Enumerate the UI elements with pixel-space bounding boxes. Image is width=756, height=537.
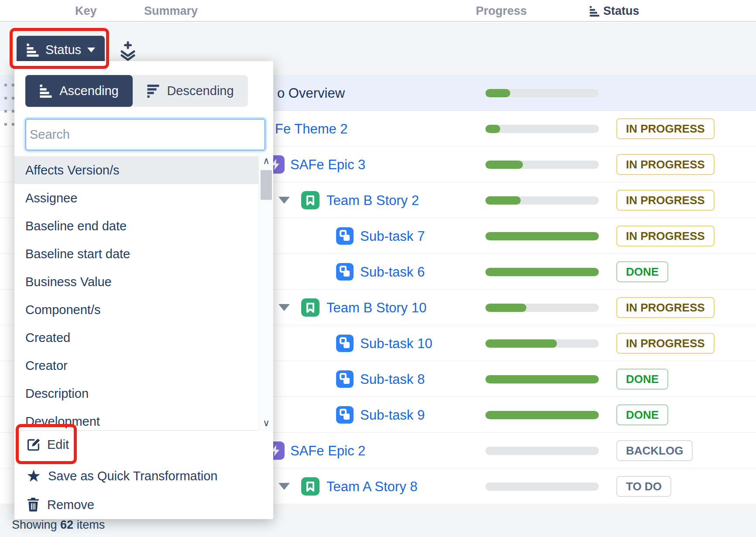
progress-bar <box>485 447 599 455</box>
sort-ascending-icon <box>589 6 600 17</box>
subtask-issue-icon <box>336 263 354 281</box>
progress-bar <box>485 196 599 205</box>
collapse-triangle-icon[interactable] <box>278 483 290 490</box>
progress-bar-fill <box>485 339 557 348</box>
issue-summary-link[interactable]: Sub-task 8 <box>360 372 425 387</box>
issue-summary-link[interactable]: SAFe Epic 2 <box>290 443 365 459</box>
subtask-issue-icon <box>336 370 354 389</box>
items-count: 62 <box>60 518 73 531</box>
progress-bar <box>485 89 599 97</box>
field-option[interactable]: Assignee <box>14 184 258 212</box>
edit-action[interactable]: Edit <box>14 432 273 457</box>
status-badge: DONE <box>616 261 668 282</box>
column-header-key[interactable]: Key <box>75 4 97 18</box>
progress-bar-fill <box>485 232 599 240</box>
issue-summary-link[interactable]: Team A Story 8 <box>326 479 418 495</box>
progress-bar <box>485 375 599 383</box>
progress-bar-fill <box>485 196 521 205</box>
story-issue-icon <box>301 477 320 496</box>
sort-descending-icon <box>147 85 160 98</box>
status-badge: IN PROGRESS <box>616 333 715 354</box>
progress-bar <box>485 161 599 169</box>
field-option[interactable]: Affects Version/s <box>14 156 258 184</box>
field-option[interactable]: Creator <box>14 352 258 380</box>
issue-summary-link[interactable]: Fe Theme 2 <box>275 121 348 137</box>
collapse-triangle-icon[interactable] <box>278 197 290 204</box>
issue-summary-link: o Overview <box>277 86 345 101</box>
column-header-row: Key Summary Progress Status <box>0 0 756 22</box>
progress-bar <box>485 411 599 419</box>
chevron-down-icon <box>87 48 95 52</box>
issue-summary-link[interactable]: Sub-task 6 <box>360 264 425 280</box>
status-badge: TO DO <box>616 476 671 497</box>
column-header-status[interactable]: Status <box>603 4 639 18</box>
progress-bar-fill <box>485 268 599 276</box>
star-icon: ★ <box>26 469 44 483</box>
trash-icon <box>26 497 41 512</box>
scrollbar-thumb[interactable] <box>261 170 272 200</box>
subtask-issue-icon <box>336 335 354 353</box>
structure-board: Key Summary Progress Status Status o Ove… <box>0 0 756 537</box>
add-transformation-button[interactable] <box>119 41 137 61</box>
sort-ascending-icon <box>26 44 39 57</box>
field-list-scrollbar[interactable]: ∧ ∨ <box>258 154 273 431</box>
field-search-input[interactable] <box>25 119 265 150</box>
sort-dropdown-panel: Ascending Descending Affects Version/sAs… <box>14 61 273 519</box>
field-option[interactable]: Baseline end date <box>14 212 258 240</box>
sort-button-label: Status <box>45 43 81 57</box>
status-badge: DONE <box>616 404 668 425</box>
subtask-issue-icon <box>336 227 354 246</box>
field-option[interactable]: Component/s <box>14 296 258 324</box>
status-badge: IN PROGRESS <box>616 297 715 318</box>
story-issue-icon <box>301 191 320 209</box>
progress-bar <box>485 268 599 276</box>
field-list: Affects Version/sAssigneeBaseline end da… <box>14 154 273 431</box>
status-badge: IN PROGRESS <box>616 190 715 211</box>
status-badge: IN PROGRESS <box>616 226 715 246</box>
field-option[interactable]: Created <box>14 324 258 352</box>
progress-bar-fill <box>485 304 526 312</box>
progress-bar <box>485 232 599 240</box>
issue-summary-link[interactable]: Sub-task 7 <box>360 229 425 244</box>
edit-icon <box>26 437 41 452</box>
remove-action[interactable]: Remove <box>14 492 273 517</box>
descending-button[interactable]: Descending <box>133 75 248 107</box>
issue-summary-link[interactable]: Team B Story 2 <box>326 193 419 209</box>
status-badge: BACKLOG <box>616 440 693 461</box>
issue-summary-link[interactable]: Sub-task 9 <box>360 407 425 423</box>
field-option[interactable]: Baseline start date <box>14 240 258 268</box>
field-option[interactable]: Description <box>14 380 258 407</box>
progress-bar <box>485 339 599 348</box>
issue-summary-link[interactable]: Team B Story 10 <box>326 300 426 316</box>
status-sort-dropdown-button[interactable]: Status <box>17 36 105 64</box>
row-drag-handle[interactable] <box>3 84 14 127</box>
progress-bar <box>485 304 599 312</box>
progress-bar <box>485 482 599 491</box>
issue-summary-link[interactable]: SAFe Epic 3 <box>290 157 365 173</box>
collapse-triangle-icon[interactable] <box>278 304 290 311</box>
field-option[interactable]: Business Value <box>14 268 258 296</box>
scroll-up-arrow-icon[interactable]: ∧ <box>259 154 274 168</box>
subtask-issue-icon <box>336 406 354 424</box>
sort-ascending-icon <box>39 85 52 98</box>
ascending-button[interactable]: Ascending <box>25 75 133 107</box>
story-issue-icon <box>301 298 320 317</box>
progress-bar-fill <box>485 375 599 383</box>
column-header-summary[interactable]: Summary <box>144 4 198 18</box>
progress-bar-fill <box>485 411 599 419</box>
status-badge: IN PROGRESS <box>616 118 715 139</box>
progress-bar-fill <box>485 125 500 133</box>
field-option[interactable]: Development <box>14 407 258 431</box>
items-count-status: Showing 62 items <box>12 518 105 532</box>
column-header-progress[interactable]: Progress <box>476 4 527 18</box>
progress-bar-fill <box>485 161 523 169</box>
scroll-down-arrow-icon[interactable]: ∨ <box>259 416 274 431</box>
progress-bar-fill <box>485 89 510 97</box>
status-badge: IN PROGRESS <box>616 154 715 175</box>
progress-bar <box>485 125 599 133</box>
save-quick-transformation-action[interactable]: ★ Save as Quick Transformation <box>14 463 273 489</box>
issue-summary-link[interactable]: Sub-task 10 <box>360 336 432 352</box>
status-badge: DONE <box>616 369 668 390</box>
